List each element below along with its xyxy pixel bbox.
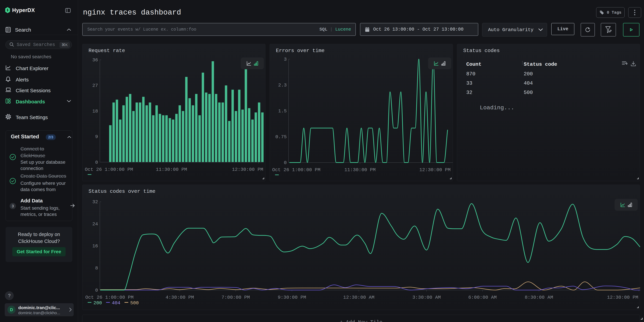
svg-text:2.3: 2.3 — [278, 82, 287, 88]
svg-text:500: 500 — [130, 300, 139, 306]
svg-text:Oct 26 1:00:00 PM: Oct 26 1:00:00 PM — [85, 167, 133, 172]
svg-text:8:30:00 AM: 8:30:00 AM — [525, 295, 553, 300]
svg-text:0: 0 — [95, 160, 98, 165]
svg-text:16: 16 — [92, 244, 98, 249]
svg-text:0: 0 — [95, 288, 98, 293]
svg-text:32: 32 — [92, 199, 98, 204]
svg-text:3: 3 — [284, 57, 287, 62]
svg-text:0: 0 — [284, 160, 287, 166]
svg-text:9:30:00 PM: 9:30:00 PM — [278, 295, 306, 300]
svg-text:11:30:00 PM: 11:30:00 PM — [156, 167, 187, 172]
svg-text:4:30:00 PM: 4:30:00 PM — [166, 295, 194, 300]
svg-text:12:30:00 PM: 12:30:00 PM — [232, 167, 263, 172]
svg-text:0.75: 0.75 — [275, 134, 287, 140]
svg-text:27: 27 — [92, 83, 98, 88]
svg-text:11:30:00 PM: 11:30:00 PM — [344, 167, 376, 172]
svg-text:12:30:00 AM: 12:30:00 AM — [343, 295, 374, 300]
svg-text:1.5: 1.5 — [278, 108, 287, 114]
svg-text:Oct 26 1:00:00 PM: Oct 26 1:00:00 PM — [85, 295, 134, 300]
svg-text:200: 200 — [94, 300, 102, 306]
svg-text:12:30:00 PM: 12:30:00 PM — [607, 295, 638, 300]
svg-text:3:30:00 AM: 3:30:00 AM — [412, 295, 441, 300]
svg-text:9: 9 — [95, 134, 98, 140]
svg-text:36: 36 — [92, 58, 98, 63]
svg-text:404: 404 — [112, 300, 120, 306]
svg-text:7:00:00 PM: 7:00:00 PM — [222, 295, 250, 300]
svg-text:6:00:00 AM: 6:00:00 AM — [468, 295, 497, 300]
svg-text:18: 18 — [92, 109, 98, 114]
svg-text:12:30:00 PM: 12:30:00 PM — [419, 167, 450, 172]
svg-text:8: 8 — [95, 266, 98, 271]
svg-text:Oct 26 1:00:00 PM: Oct 26 1:00:00 PM — [272, 167, 320, 172]
svg-text:24: 24 — [92, 222, 98, 227]
